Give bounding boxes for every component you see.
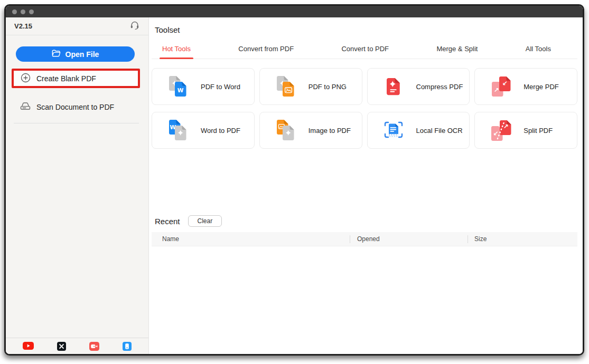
annotation-highlight-box: Create Blank PDF	[12, 69, 140, 88]
scanner-icon	[20, 102, 31, 112]
tool-label: Word to PDF	[201, 127, 240, 135]
pdf-to-png-icon	[274, 74, 298, 99]
sidebar: V2.15	[6, 17, 149, 354]
sidebar-footer	[6, 338, 148, 354]
app-body: V2.15	[6, 17, 583, 354]
screenshot-frame: V2.15	[0, 0, 589, 364]
tab-convert-from-pdf[interactable]: Convert from PDF	[238, 45, 294, 59]
support-button[interactable]	[129, 20, 140, 32]
tab-merge-split[interactable]: Merge & Split	[436, 45, 478, 59]
tool-label: PDF to Word	[201, 83, 240, 91]
local-file-ocr-icon	[381, 118, 406, 142]
word-to-pdf-icon: W	[166, 118, 190, 142]
svg-text:↗: ↗	[494, 87, 499, 94]
create-blank-pdf-button[interactable]: Create Blank PDF	[14, 71, 138, 86]
titlebar	[6, 6, 583, 17]
split-pdf-icon: ↙ ↗	[489, 118, 513, 142]
mobile-app-icon[interactable]	[123, 342, 132, 351]
tool-grid: W PDF to Word	[152, 68, 577, 149]
toolset-tabs: Hot Tools Convert from PDF Convert to PD…	[152, 45, 577, 59]
open-file-label: Open File	[66, 50, 99, 59]
open-folder-icon	[52, 50, 61, 59]
merge-pdf-icon: ↗ ↙	[489, 74, 513, 99]
recent-table-header: Name Opened Size	[152, 232, 577, 246]
clear-recent-button[interactable]: Clear	[188, 215, 222, 227]
main-panel: Toolset Hot Tools Convert from PDF Conve…	[149, 17, 583, 354]
tool-card-local-file-ocr[interactable]: Local File OCR	[367, 112, 470, 149]
image-to-pdf-icon	[274, 118, 298, 142]
headset-support-icon	[129, 20, 140, 32]
tool-card-split-pdf[interactable]: ↙ ↗ Split PDF	[474, 112, 577, 149]
tool-card-pdf-to-png[interactable]: PDF to PNG	[259, 68, 362, 105]
column-header-name: Name	[152, 235, 350, 243]
tool-label: Image to PDF	[308, 127, 351, 135]
tab-hot-tools[interactable]: Hot Tools	[162, 45, 191, 59]
plus-circle-icon	[21, 73, 31, 84]
svg-text:↙: ↙	[493, 130, 499, 137]
open-file-button[interactable]: Open File	[16, 46, 135, 62]
scan-document-label: Scan Document to PDF	[36, 103, 114, 111]
svg-text:W: W	[177, 87, 184, 93]
tab-convert-to-pdf[interactable]: Convert to PDF	[341, 45, 389, 59]
close-button[interactable]	[12, 9, 17, 14]
app-window: V2.15	[4, 4, 584, 356]
tool-card-pdf-to-word[interactable]: W PDF to Word	[152, 68, 255, 105]
tool-card-word-to-pdf[interactable]: W Word to PDF	[152, 112, 255, 149]
tool-card-merge-pdf[interactable]: ↗ ↙ Merge PDF	[474, 68, 577, 105]
recent-section-header: Recent Clear	[152, 215, 577, 227]
sidebar-header: V2.15	[6, 17, 148, 35]
youtube-icon[interactable]	[23, 342, 34, 350]
create-blank-pdf-label: Create Blank PDF	[36, 74, 96, 83]
tab-all-tools[interactable]: All Tools	[526, 45, 551, 59]
recent-title: Recent	[155, 217, 180, 226]
sidebar-spacer	[6, 123, 148, 338]
zoom-button[interactable]	[29, 9, 34, 14]
tool-card-compress-pdf[interactable]: Compress PDF	[367, 68, 470, 105]
video-channel-icon[interactable]	[89, 342, 99, 351]
column-header-opened: Opened	[350, 235, 468, 243]
tool-label: Local File OCR	[416, 127, 463, 135]
svg-text:↙: ↙	[502, 80, 508, 87]
column-header-size: Size	[468, 235, 577, 243]
scan-document-button[interactable]: Scan Document to PDF	[6, 102, 148, 112]
tool-label: Compress PDF	[416, 83, 463, 91]
pdf-to-word-icon: W	[166, 74, 190, 99]
compress-pdf-icon	[381, 74, 406, 99]
x-twitter-icon[interactable]	[57, 342, 66, 351]
toolset-title: Toolset	[152, 25, 577, 34]
tool-label: Split PDF	[523, 127, 553, 135]
tool-label: Merge PDF	[523, 83, 558, 91]
tool-card-image-to-pdf[interactable]: Image to PDF	[259, 112, 362, 149]
tool-label: PDF to PNG	[308, 83, 347, 91]
version-label: V2.15	[14, 22, 32, 30]
minimize-button[interactable]	[21, 9, 25, 14]
